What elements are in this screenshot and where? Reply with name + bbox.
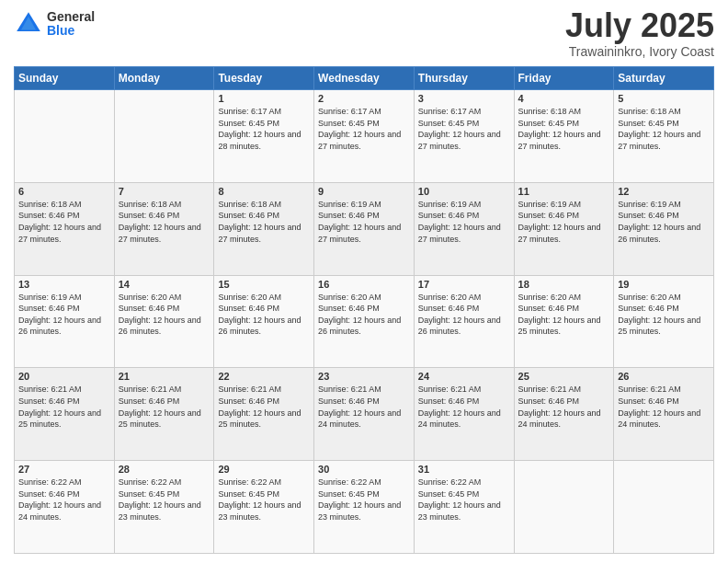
calendar-cell: 7Sunrise: 6:18 AM Sunset: 6:46 PM Daylig…: [114, 182, 214, 275]
calendar-cell: 29Sunrise: 6:22 AM Sunset: 6:45 PM Dayli…: [214, 461, 314, 554]
calendar-body: 1Sunrise: 6:17 AM Sunset: 6:45 PM Daylig…: [15, 90, 714, 554]
day-number: 14: [119, 279, 210, 290]
day-number: 22: [218, 371, 310, 382]
logo-blue: Blue: [47, 24, 95, 38]
day-info: Sunrise: 6:21 AM Sunset: 6:46 PM Dayligh…: [618, 384, 710, 430]
calendar-cell: 6Sunrise: 6:18 AM Sunset: 6:46 PM Daylig…: [15, 182, 115, 275]
day-number: 17: [418, 279, 510, 290]
calendar-cell: 8Sunrise: 6:18 AM Sunset: 6:46 PM Daylig…: [214, 182, 314, 275]
calendar-cell: 9Sunrise: 6:19 AM Sunset: 6:46 PM Daylig…: [314, 182, 415, 275]
day-info: Sunrise: 6:21 AM Sunset: 6:46 PM Dayligh…: [18, 384, 110, 430]
day-of-week-header: Friday: [514, 67, 614, 90]
day-number: 13: [18, 279, 110, 290]
day-info: Sunrise: 6:20 AM Sunset: 6:46 PM Dayligh…: [318, 292, 410, 338]
day-number: 7: [119, 186, 210, 197]
calendar-cell: 25Sunrise: 6:21 AM Sunset: 6:46 PM Dayli…: [514, 368, 614, 461]
day-number: 30: [318, 464, 410, 475]
day-info: Sunrise: 6:19 AM Sunset: 6:46 PM Dayligh…: [618, 199, 710, 245]
day-number: 11: [518, 186, 610, 197]
day-info: Sunrise: 6:21 AM Sunset: 6:46 PM Dayligh…: [119, 384, 210, 430]
calendar-cell: 21Sunrise: 6:21 AM Sunset: 6:46 PM Dayli…: [114, 368, 214, 461]
calendar-cell: [15, 90, 115, 183]
location: Trawaininkro, Ivory Coast: [565, 44, 714, 59]
calendar-cell: 18Sunrise: 6:20 AM Sunset: 6:46 PM Dayli…: [514, 275, 614, 368]
calendar-cell: [514, 461, 614, 554]
day-info: Sunrise: 6:22 AM Sunset: 6:45 PM Dayligh…: [418, 477, 510, 523]
calendar-cell: 11Sunrise: 6:19 AM Sunset: 6:46 PM Dayli…: [514, 182, 614, 275]
title-section: July 2025 Trawaininkro, Ivory Coast: [565, 9, 714, 59]
day-number: 4: [518, 93, 610, 104]
header-row: SundayMondayTuesdayWednesdayThursdayFrid…: [15, 67, 714, 90]
logo-icon: [14, 9, 43, 39]
calendar-cell: 13Sunrise: 6:19 AM Sunset: 6:46 PM Dayli…: [15, 275, 115, 368]
logo-general: General: [47, 10, 95, 24]
day-info: Sunrise: 6:18 AM Sunset: 6:46 PM Dayligh…: [218, 199, 310, 245]
day-number: 19: [618, 279, 710, 290]
day-info: Sunrise: 6:19 AM Sunset: 6:46 PM Dayligh…: [18, 292, 110, 338]
calendar-week-row: 6Sunrise: 6:18 AM Sunset: 6:46 PM Daylig…: [15, 182, 714, 275]
calendar-cell: 5Sunrise: 6:18 AM Sunset: 6:45 PM Daylig…: [614, 90, 714, 183]
day-number: 28: [119, 464, 210, 475]
day-of-week-header: Thursday: [414, 67, 514, 90]
day-number: 8: [218, 186, 310, 197]
calendar-cell: 1Sunrise: 6:17 AM Sunset: 6:45 PM Daylig…: [214, 90, 314, 183]
day-number: 27: [18, 464, 110, 475]
day-info: Sunrise: 6:18 AM Sunset: 6:45 PM Dayligh…: [618, 106, 710, 152]
calendar-cell: 26Sunrise: 6:21 AM Sunset: 6:46 PM Dayli…: [614, 368, 714, 461]
calendar-week-row: 13Sunrise: 6:19 AM Sunset: 6:46 PM Dayli…: [15, 275, 714, 368]
calendar-cell: 20Sunrise: 6:21 AM Sunset: 6:46 PM Dayli…: [15, 368, 115, 461]
calendar-cell: 4Sunrise: 6:18 AM Sunset: 6:45 PM Daylig…: [514, 90, 614, 183]
day-info: Sunrise: 6:19 AM Sunset: 6:46 PM Dayligh…: [318, 199, 410, 245]
day-number: 3: [418, 93, 510, 104]
day-of-week-header: Sunday: [15, 67, 115, 90]
day-number: 12: [618, 186, 710, 197]
calendar-cell: 31Sunrise: 6:22 AM Sunset: 6:45 PM Dayli…: [414, 461, 514, 554]
day-info: Sunrise: 6:20 AM Sunset: 6:46 PM Dayligh…: [218, 292, 310, 338]
day-info: Sunrise: 6:19 AM Sunset: 6:46 PM Dayligh…: [418, 199, 510, 245]
day-info: Sunrise: 6:21 AM Sunset: 6:46 PM Dayligh…: [418, 384, 510, 430]
day-info: Sunrise: 6:22 AM Sunset: 6:46 PM Dayligh…: [18, 477, 110, 523]
calendar-cell: 15Sunrise: 6:20 AM Sunset: 6:46 PM Dayli…: [214, 275, 314, 368]
calendar-cell: 23Sunrise: 6:21 AM Sunset: 6:46 PM Dayli…: [314, 368, 415, 461]
calendar-cell: 27Sunrise: 6:22 AM Sunset: 6:46 PM Dayli…: [15, 461, 115, 554]
day-number: 10: [418, 186, 510, 197]
day-number: 20: [18, 371, 110, 382]
day-number: 29: [218, 464, 310, 475]
calendar-cell: 22Sunrise: 6:21 AM Sunset: 6:46 PM Dayli…: [214, 368, 314, 461]
day-number: 6: [18, 186, 110, 197]
day-number: 26: [618, 371, 710, 382]
day-info: Sunrise: 6:20 AM Sunset: 6:46 PM Dayligh…: [618, 292, 710, 338]
calendar-table: SundayMondayTuesdayWednesdayThursdayFrid…: [14, 66, 714, 554]
day-info: Sunrise: 6:22 AM Sunset: 6:45 PM Dayligh…: [218, 477, 310, 523]
day-number: 2: [318, 93, 410, 104]
calendar-cell: 28Sunrise: 6:22 AM Sunset: 6:45 PM Dayli…: [114, 461, 214, 554]
logo-text: General Blue: [47, 10, 95, 39]
day-info: Sunrise: 6:21 AM Sunset: 6:46 PM Dayligh…: [218, 384, 310, 430]
day-info: Sunrise: 6:20 AM Sunset: 6:46 PM Dayligh…: [518, 292, 610, 338]
header: General Blue July 2025 Trawaininkro, Ivo…: [14, 9, 714, 59]
calendar-cell: 2Sunrise: 6:17 AM Sunset: 6:45 PM Daylig…: [314, 90, 415, 183]
calendar-cell: 14Sunrise: 6:20 AM Sunset: 6:46 PM Dayli…: [114, 275, 214, 368]
day-number: 25: [518, 371, 610, 382]
calendar-week-row: 27Sunrise: 6:22 AM Sunset: 6:46 PM Dayli…: [15, 461, 714, 554]
day-info: Sunrise: 6:18 AM Sunset: 6:46 PM Dayligh…: [18, 199, 110, 245]
calendar-week-row: 20Sunrise: 6:21 AM Sunset: 6:46 PM Dayli…: [15, 368, 714, 461]
day-number: 31: [418, 464, 510, 475]
day-info: Sunrise: 6:19 AM Sunset: 6:46 PM Dayligh…: [518, 199, 610, 245]
day-info: Sunrise: 6:21 AM Sunset: 6:46 PM Dayligh…: [318, 384, 410, 430]
day-number: 1: [218, 93, 310, 104]
day-number: 16: [318, 279, 410, 290]
day-number: 23: [318, 371, 410, 382]
day-info: Sunrise: 6:17 AM Sunset: 6:45 PM Dayligh…: [318, 106, 410, 152]
day-number: 24: [418, 371, 510, 382]
day-number: 18: [518, 279, 610, 290]
calendar-cell: 3Sunrise: 6:17 AM Sunset: 6:45 PM Daylig…: [414, 90, 514, 183]
day-info: Sunrise: 6:22 AM Sunset: 6:45 PM Dayligh…: [318, 477, 410, 523]
day-number: 15: [218, 279, 310, 290]
month-title: July 2025: [565, 9, 714, 42]
day-number: 5: [618, 93, 710, 104]
day-info: Sunrise: 6:21 AM Sunset: 6:46 PM Dayligh…: [518, 384, 610, 430]
day-of-week-header: Saturday: [614, 67, 714, 90]
day-of-week-header: Wednesday: [314, 67, 415, 90]
calendar-week-row: 1Sunrise: 6:17 AM Sunset: 6:45 PM Daylig…: [15, 90, 714, 183]
